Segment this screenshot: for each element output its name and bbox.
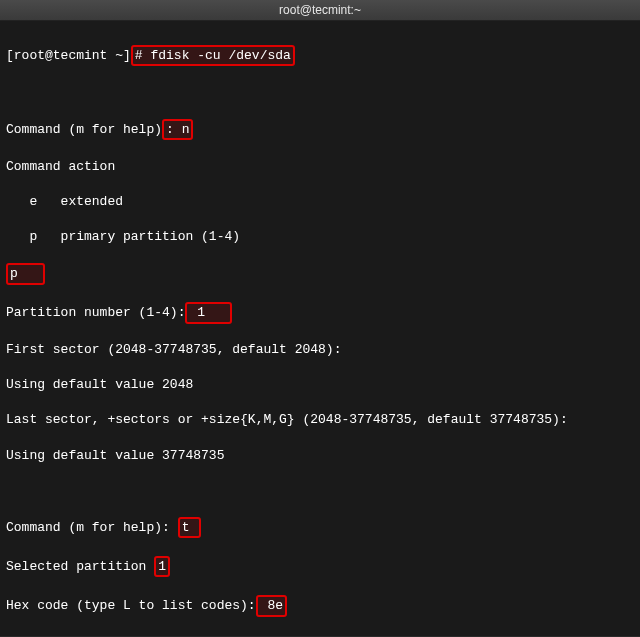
sel-part-val: 1	[158, 559, 166, 574]
cmd-t-line: Command (m for help): t	[6, 517, 634, 539]
t-val: t	[182, 520, 190, 535]
action-header: Command action	[6, 158, 634, 176]
n-val: : n	[166, 122, 189, 137]
p-choice-line: p	[6, 263, 634, 285]
p-choice-highlight: p	[6, 263, 45, 285]
action-primary: p primary partition (1-4)	[6, 228, 634, 246]
part-num-highlight: 1	[185, 302, 232, 324]
hash-char: #	[135, 48, 151, 63]
part-num-label: Partition number (1-4):	[6, 305, 185, 320]
prompt-line-1: [root@tecmint ~]# fdisk -cu /dev/sda	[6, 45, 634, 67]
cmd-help-1: Command (m for help)	[6, 122, 162, 137]
hex-line: Hex code (type L to list codes): 8e	[6, 595, 634, 617]
sel-part-label: Selected partition	[6, 559, 154, 574]
colon-t: :	[162, 520, 178, 535]
first-sector: First sector (2048-37748735, default 204…	[6, 341, 634, 359]
last-sector: Last sector, +sectors or +size{K,M,G} (2…	[6, 411, 634, 429]
cmd-fdisk-highlight: # fdisk -cu /dev/sda	[131, 45, 295, 67]
action-extended: e extended	[6, 193, 634, 211]
terminal-area[interactable]: [root@tecmint ~]# fdisk -cu /dev/sda Com…	[0, 21, 640, 636]
hex-val: 8e	[260, 598, 283, 613]
cmd-n-line: Command (m for help): n	[6, 119, 634, 141]
sel-part-highlight: 1	[154, 556, 170, 578]
sel-part-line: Selected partition 1	[6, 556, 634, 578]
window-titlebar: root@tecmint:~	[0, 0, 640, 21]
hex-label: Hex code (type L to list codes):	[6, 598, 256, 613]
cmd-fdisk: fdisk -cu /dev/sda	[150, 48, 290, 63]
blank	[6, 84, 634, 102]
window-title: root@tecmint:~	[279, 3, 361, 17]
hex-highlight: 8e	[256, 595, 287, 617]
blank2	[6, 482, 634, 500]
part-num-val: 1	[189, 305, 212, 320]
default-last: Using default value 37748735	[6, 447, 634, 465]
cmd-help-2: Command (m for help)	[6, 520, 162, 535]
p-choice: p	[10, 266, 18, 281]
t-highlight: t	[178, 517, 202, 539]
default-2048: Using default value 2048	[6, 376, 634, 394]
part-num-line: Partition number (1-4): 1	[6, 302, 634, 324]
prompt-text: [root@tecmint ~]	[6, 48, 131, 63]
n-highlight: : n	[162, 119, 193, 141]
